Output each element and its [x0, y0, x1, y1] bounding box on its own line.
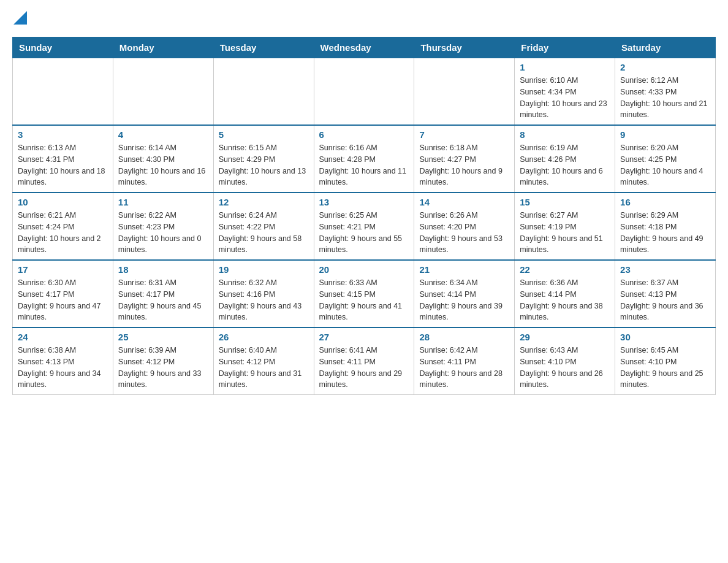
day-info: Sunrise: 6:38 AM Sunset: 4:13 PM Dayligh… — [18, 345, 108, 391]
calendar-cell: 10Sunrise: 6:21 AM Sunset: 4:24 PM Dayli… — [13, 193, 113, 260]
day-info: Sunrise: 6:22 AM Sunset: 4:23 PM Dayligh… — [118, 210, 208, 256]
calendar-week-row: 3Sunrise: 6:13 AM Sunset: 4:31 PM Daylig… — [13, 125, 716, 193]
day-number: 6 — [319, 129, 409, 140]
day-info: Sunrise: 6:21 AM Sunset: 4:24 PM Dayligh… — [18, 210, 108, 256]
day-number: 2 — [620, 62, 710, 72]
day-info: Sunrise: 6:31 AM Sunset: 4:17 PM Dayligh… — [118, 277, 208, 323]
calendar-cell: 9Sunrise: 6:20 AM Sunset: 4:25 PM Daylig… — [615, 125, 716, 193]
day-info: Sunrise: 6:25 AM Sunset: 4:21 PM Dayligh… — [319, 210, 409, 256]
calendar-cell: 18Sunrise: 6:31 AM Sunset: 4:17 PM Dayli… — [113, 260, 213, 327]
day-number: 24 — [18, 332, 108, 342]
calendar-header-row: SundayMondayTuesdayWednesdayThursdayFrid… — [13, 37, 716, 58]
calendar-cell: 24Sunrise: 6:38 AM Sunset: 4:13 PM Dayli… — [13, 327, 113, 395]
day-info: Sunrise: 6:12 AM Sunset: 4:33 PM Dayligh… — [620, 75, 710, 121]
weekday-header-tuesday: Tuesday — [213, 37, 314, 58]
calendar-week-row: 1Sunrise: 6:10 AM Sunset: 4:34 PM Daylig… — [13, 58, 716, 126]
weekday-header-sunday: Sunday — [13, 37, 113, 58]
calendar-cell: 26Sunrise: 6:40 AM Sunset: 4:12 PM Dayli… — [213, 327, 314, 395]
day-info: Sunrise: 6:45 AM Sunset: 4:10 PM Dayligh… — [620, 345, 710, 391]
day-info: Sunrise: 6:34 AM Sunset: 4:14 PM Dayligh… — [419, 277, 509, 323]
calendar-cell: 16Sunrise: 6:29 AM Sunset: 4:18 PM Dayli… — [615, 193, 716, 260]
day-number: 19 — [219, 264, 309, 275]
day-info: Sunrise: 6:43 AM Sunset: 4:10 PM Dayligh… — [520, 345, 610, 391]
day-info: Sunrise: 6:27 AM Sunset: 4:19 PM Dayligh… — [520, 210, 610, 256]
day-info: Sunrise: 6:19 AM Sunset: 4:26 PM Dayligh… — [520, 142, 610, 188]
calendar-cell: 28Sunrise: 6:42 AM Sunset: 4:11 PM Dayli… — [414, 327, 515, 395]
day-info: Sunrise: 6:42 AM Sunset: 4:11 PM Dayligh… — [419, 345, 509, 391]
calendar-cell — [213, 58, 314, 126]
day-info: Sunrise: 6:33 AM Sunset: 4:15 PM Dayligh… — [319, 277, 409, 323]
day-info: Sunrise: 6:18 AM Sunset: 4:27 PM Dayligh… — [419, 142, 509, 188]
calendar-cell: 14Sunrise: 6:26 AM Sunset: 4:20 PM Dayli… — [414, 193, 515, 260]
calendar-week-row: 10Sunrise: 6:21 AM Sunset: 4:24 PM Dayli… — [13, 193, 716, 260]
calendar-cell: 12Sunrise: 6:24 AM Sunset: 4:22 PM Dayli… — [213, 193, 314, 260]
day-info: Sunrise: 6:20 AM Sunset: 4:25 PM Dayligh… — [620, 142, 710, 188]
calendar-cell: 15Sunrise: 6:27 AM Sunset: 4:19 PM Dayli… — [515, 193, 615, 260]
weekday-header-monday: Monday — [113, 37, 213, 58]
day-info: Sunrise: 6:26 AM Sunset: 4:20 PM Dayligh… — [419, 210, 509, 256]
day-number: 29 — [520, 332, 610, 342]
calendar-table: SundayMondayTuesdayWednesdayThursdayFrid… — [12, 37, 716, 395]
day-number: 9 — [620, 129, 710, 140]
day-info: Sunrise: 6:15 AM Sunset: 4:29 PM Dayligh… — [219, 142, 309, 188]
calendar-cell: 7Sunrise: 6:18 AM Sunset: 4:27 PM Daylig… — [414, 125, 515, 193]
day-info: Sunrise: 6:14 AM Sunset: 4:30 PM Dayligh… — [118, 142, 208, 188]
calendar-cell — [113, 58, 213, 126]
logo-triangle-icon — [13, 11, 27, 25]
calendar-cell: 13Sunrise: 6:25 AM Sunset: 4:21 PM Dayli… — [314, 193, 414, 260]
calendar-cell: 1Sunrise: 6:10 AM Sunset: 4:34 PM Daylig… — [515, 58, 615, 126]
day-number: 16 — [620, 197, 710, 207]
day-number: 10 — [18, 197, 108, 207]
calendar-cell: 22Sunrise: 6:36 AM Sunset: 4:14 PM Dayli… — [515, 260, 615, 327]
day-info: Sunrise: 6:24 AM Sunset: 4:22 PM Dayligh… — [219, 210, 309, 256]
calendar-cell: 20Sunrise: 6:33 AM Sunset: 4:15 PM Dayli… — [314, 260, 414, 327]
day-info: Sunrise: 6:16 AM Sunset: 4:28 PM Dayligh… — [319, 142, 409, 188]
logo — [12, 12, 27, 25]
calendar-week-row: 24Sunrise: 6:38 AM Sunset: 4:13 PM Dayli… — [13, 327, 716, 395]
day-number: 28 — [419, 332, 509, 342]
calendar-cell — [314, 58, 414, 126]
day-number: 20 — [319, 264, 409, 275]
calendar-cell — [13, 58, 113, 126]
calendar-cell — [414, 58, 515, 126]
calendar-cell: 30Sunrise: 6:45 AM Sunset: 4:10 PM Dayli… — [615, 327, 716, 395]
calendar-cell: 29Sunrise: 6:43 AM Sunset: 4:10 PM Dayli… — [515, 327, 615, 395]
day-info: Sunrise: 6:41 AM Sunset: 4:11 PM Dayligh… — [319, 345, 409, 391]
svg-marker-0 — [13, 11, 27, 25]
day-info: Sunrise: 6:37 AM Sunset: 4:13 PM Dayligh… — [620, 277, 710, 323]
day-info: Sunrise: 6:32 AM Sunset: 4:16 PM Dayligh… — [219, 277, 309, 323]
calendar-cell: 2Sunrise: 6:12 AM Sunset: 4:33 PM Daylig… — [615, 58, 716, 126]
calendar-cell: 21Sunrise: 6:34 AM Sunset: 4:14 PM Dayli… — [414, 260, 515, 327]
day-number: 22 — [520, 264, 610, 275]
day-number: 26 — [219, 332, 309, 342]
day-number: 5 — [219, 129, 309, 140]
calendar-cell: 27Sunrise: 6:41 AM Sunset: 4:11 PM Dayli… — [314, 327, 414, 395]
calendar-cell: 4Sunrise: 6:14 AM Sunset: 4:30 PM Daylig… — [113, 125, 213, 193]
calendar-week-row: 17Sunrise: 6:30 AM Sunset: 4:17 PM Dayli… — [13, 260, 716, 327]
page-header — [12, 12, 716, 25]
day-number: 12 — [219, 197, 309, 207]
weekday-header-wednesday: Wednesday — [314, 37, 414, 58]
calendar-cell: 25Sunrise: 6:39 AM Sunset: 4:12 PM Dayli… — [113, 327, 213, 395]
day-number: 30 — [620, 332, 710, 342]
day-number: 3 — [18, 129, 108, 140]
day-number: 25 — [118, 332, 208, 342]
day-info: Sunrise: 6:13 AM Sunset: 4:31 PM Dayligh… — [18, 142, 108, 188]
calendar-cell: 19Sunrise: 6:32 AM Sunset: 4:16 PM Dayli… — [213, 260, 314, 327]
day-number: 8 — [520, 129, 610, 140]
calendar-cell: 8Sunrise: 6:19 AM Sunset: 4:26 PM Daylig… — [515, 125, 615, 193]
calendar-cell: 17Sunrise: 6:30 AM Sunset: 4:17 PM Dayli… — [13, 260, 113, 327]
weekday-header-saturday: Saturday — [615, 37, 716, 58]
day-info: Sunrise: 6:29 AM Sunset: 4:18 PM Dayligh… — [620, 210, 710, 256]
day-number: 1 — [520, 62, 610, 72]
day-number: 21 — [419, 264, 509, 275]
calendar-cell: 3Sunrise: 6:13 AM Sunset: 4:31 PM Daylig… — [13, 125, 113, 193]
day-number: 23 — [620, 264, 710, 275]
day-info: Sunrise: 6:40 AM Sunset: 4:12 PM Dayligh… — [219, 345, 309, 391]
calendar-cell: 5Sunrise: 6:15 AM Sunset: 4:29 PM Daylig… — [213, 125, 314, 193]
weekday-header-friday: Friday — [515, 37, 615, 58]
day-number: 4 — [118, 129, 208, 140]
calendar-cell: 6Sunrise: 6:16 AM Sunset: 4:28 PM Daylig… — [314, 125, 414, 193]
day-number: 27 — [319, 332, 409, 342]
day-info: Sunrise: 6:30 AM Sunset: 4:17 PM Dayligh… — [18, 277, 108, 323]
